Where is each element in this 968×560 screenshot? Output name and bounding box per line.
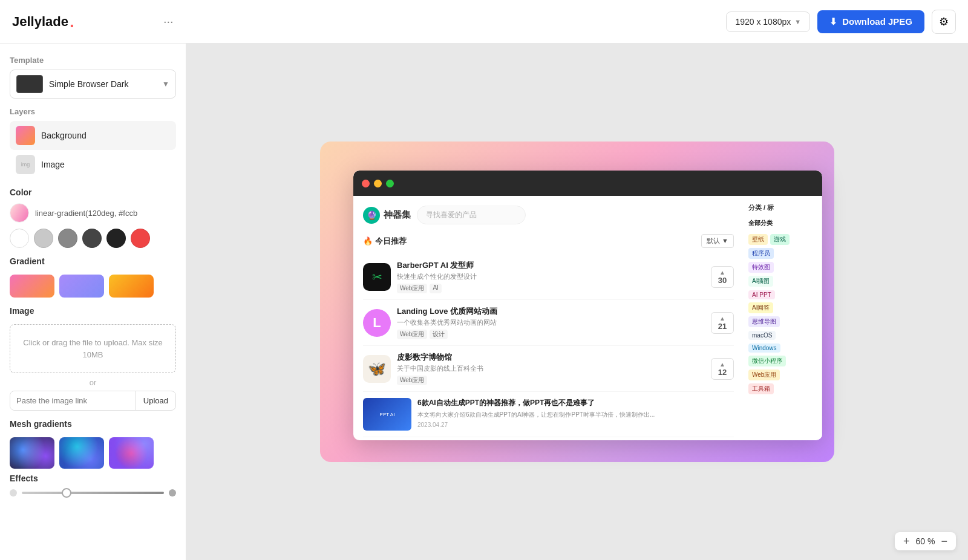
product-desc-1: 快速生成个性化的发型设计 [397,272,705,281]
inner-header: 🔮 神器集 寻找喜爱的产品 [363,206,734,224]
cat-colored-list: 壁纸 游戏 程序员 特效图 AI插图 AI PPT AI闻答 [748,233,817,396]
template-chevron-icon: ▼ [162,80,169,88]
resolution-selector[interactable]: 1920 x 1080px ▼ [726,11,810,32]
template-preview-thumb [16,75,43,93]
inner-search-box[interactable]: 寻找喜爱的产品 [417,206,526,224]
vote-arrow-3: ▲ [719,361,725,368]
sidebar: Template Simple Browser Dark ▼ Layers Ba… [0,44,186,560]
vote-arrow-1: ▲ [719,269,725,276]
cat-webapp[interactable]: Web应用 [748,370,780,380]
effects-slider[interactable] [22,492,164,494]
gradient-swatches [10,275,176,298]
vote-btn-3[interactable]: ▲ 12 [711,358,734,380]
tag-design: 设计 [430,330,448,339]
zoom-in-button[interactable]: + [903,536,910,547]
cat-wechat[interactable]: 微信小程序 [748,356,786,366]
browser-titlebar [353,171,822,196]
header-more-btn[interactable]: ··· [163,15,174,28]
vote-btn-2[interactable]: ▲ 21 [711,312,734,334]
swatch-light-gray[interactable] [34,229,53,248]
cat-ai-ppt[interactable]: AI PPT [748,290,775,299]
article-date: 2023.04.27 [417,422,734,428]
today-title: 🔥 今日推荐 [363,236,407,247]
product-icon-landing: L [363,309,391,337]
download-button[interactable]: ⬇ Download JPEG [817,10,924,33]
cat-game[interactable]: 游戏 [770,234,790,245]
titlebar-minimize-dot [374,180,382,187]
mesh-swatch-2[interactable] [59,437,104,469]
product-title-2: Landing Love 优质网站动画 [397,306,705,317]
article-info: 6款AI自动生成PPT的神器推荐，做PPT再也不是难事了 本文将向大家介绍6款自… [417,398,734,431]
sort-dropdown[interactable]: 默认 ▼ [701,234,734,248]
download-icon: ⬇ [829,16,837,27]
cat-macos[interactable]: macOS [748,331,776,340]
layer-image[interactable]: img Image [10,150,176,179]
vote-btn-1[interactable]: ▲ 30 [711,266,734,288]
paste-row: Upload [10,391,176,411]
product-tags-3: Web应用 [397,376,705,385]
logo: Jellylade. [12,12,74,31]
logo-text: Jellylade [12,14,68,30]
resolution-value: 1920 x 1080px [735,17,791,27]
cat-wallpaper[interactable]: 壁纸 [748,234,768,245]
zoom-value: 60 % [916,536,935,546]
gradient-purple[interactable] [59,275,104,298]
settings-button[interactable]: ⚙ [932,10,956,34]
browser-sidebar: 分类 / 标 全部分类 壁纸 游戏 程序员 特效图 AI插图 [744,196,822,440]
cat-windows[interactable]: Windows [748,343,780,353]
effects-slider-row [10,489,176,497]
product-title-3: 皮影数字博物馆 [397,352,705,363]
cat-mindmap[interactable]: 思维导图 [748,316,780,327]
swatch-red[interactable] [131,229,150,248]
gradient-pink[interactable] [10,275,54,298]
slider-min-dot [10,489,17,497]
titlebar-maximize-dot [386,180,394,187]
or-divider: or [10,378,176,387]
upload-text: Click or drag the file to upload. Max si… [23,338,163,359]
layer-background[interactable]: Background [10,121,176,150]
product-desc-2: 一个收集各类优秀网站动画的网站 [397,318,705,327]
swatch-dark-gray[interactable] [82,229,102,248]
cat-toolbox[interactable]: 工具箱 [748,383,774,394]
inner-search-placeholder: 寻找喜爱的产品 [426,210,477,219]
swatch-medium-gray[interactable] [58,229,77,248]
product-desc-3: 关于中国皮影的线上百科全书 [397,364,705,373]
inner-sidebar-title: 分类 / 标 [748,203,817,212]
cat-programmer[interactable]: 程序员 [748,248,774,259]
article-item: PPT AI 6款AI自动生成PPT的神器推荐，做PPT再也不是难事了 本文将向… [363,392,734,437]
product-icon-piying: 🦋 [363,355,391,383]
cat-ai-pic[interactable]: AI插图 [748,276,773,287]
mesh-swatches [10,437,176,469]
product-tags-2: Web应用 设计 [397,330,705,339]
vote-count-1: 30 [718,276,727,285]
tag-webapi: Web应用 [397,284,427,293]
mesh-swatch-1[interactable] [10,437,54,469]
template-selector[interactable]: Simple Browser Dark ▼ [10,70,176,99]
layers-section: Layers Background img Image [10,107,176,179]
swatch-white[interactable] [10,229,29,248]
browser-main-content: 🔮 神器集 寻找喜爱的产品 🔥 今日推荐 默认 ▼ [353,196,744,440]
gradient-yellow[interactable] [109,275,154,298]
browser-window: 🔮 神器集 寻找喜爱的产品 🔥 今日推荐 默认 ▼ [353,171,822,440]
cat-effect[interactable]: 特效图 [748,262,774,273]
inner-logo: 🔮 神器集 [363,207,411,224]
swatch-near-black[interactable] [106,229,126,248]
mesh-swatch-3[interactable] [109,437,154,469]
canvas-area: 🔮 神器集 寻找喜爱的产品 🔥 今日推荐 默认 ▼ [186,44,968,560]
color-display[interactable]: linear-gradient(120deg, #fccb [10,203,176,223]
cat-ai-qa[interactable]: AI闻答 [748,302,773,313]
upload-link-button[interactable]: Upload [136,391,175,410]
product-info-1: BarberGPT AI 发型师 快速生成个性化的发型设计 Web应用 AI [397,260,705,293]
chevron-down-icon: ▼ [794,18,801,25]
gradient-section-title: Gradient [10,256,176,266]
layer-bg-label: Background [41,131,87,140]
upload-area[interactable]: Click or drag the file to upload. Max si… [10,324,176,373]
cat-all[interactable]: 全部分类 [748,217,817,229]
inner-logo-text: 神器集 [384,209,411,221]
slider-max-dot [169,489,176,497]
titlebar-close-dot [362,180,370,187]
paste-link-input[interactable] [10,391,131,410]
header-right: 1920 x 1080px ▼ ⬇ Download JPEG ⚙ [726,10,956,34]
zoom-out-button[interactable]: − [941,536,947,547]
browser-body: 🔮 神器集 寻找喜爱的产品 🔥 今日推荐 默认 ▼ [353,196,822,440]
